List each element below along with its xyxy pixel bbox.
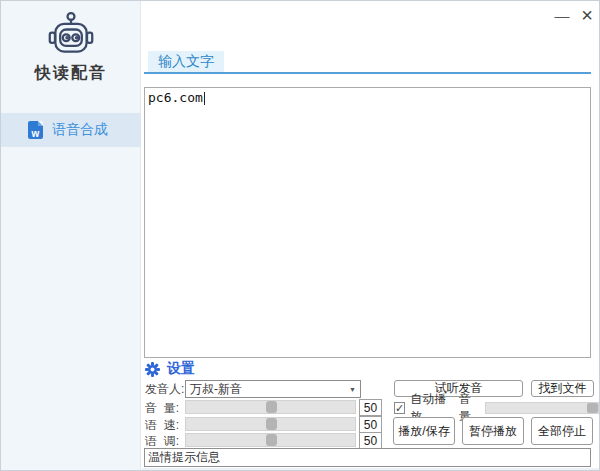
pause-playback-button[interactable]: 暂停播放 <box>462 417 524 445</box>
speaker-select[interactable]: 万叔-新音 ▼ <box>185 380 361 398</box>
tab-input-text[interactable]: 输入文字 <box>148 51 224 73</box>
sidebar: 快读配音 w 语音合成 <box>1 1 141 470</box>
editor-text: pc6.com <box>148 90 203 105</box>
text-caret <box>204 92 205 105</box>
speaker-label: 发音人: <box>145 381 184 397</box>
app-window: 快读配音 w 语音合成 — × 输入文字 pc6.com <box>0 0 600 471</box>
speed-slider-thumb[interactable] <box>266 418 277 430</box>
app-title: 快读配音 <box>1 63 141 84</box>
stop-all-button[interactable]: 全部停止 <box>531 417 593 445</box>
pitch-slider[interactable] <box>185 433 356 447</box>
pitch-slider-label: 语 调: <box>145 433 179 449</box>
pitch-value-box[interactable]: 50 <box>359 432 382 449</box>
tab-underline <box>144 72 591 74</box>
speed-slider[interactable] <box>185 417 356 431</box>
volume-slider-thumb[interactable] <box>266 401 277 413</box>
speed-value-box[interactable]: 50 <box>359 416 382 433</box>
speaker-selected-value: 万叔-新音 <box>190 381 349 398</box>
volume-slider[interactable] <box>185 400 356 414</box>
sidebar-item-label: 语音合成 <box>52 121 108 139</box>
robot-logo-icon <box>45 10 97 62</box>
gear-icon <box>145 362 160 377</box>
sidebar-item-voice-synthesis[interactable]: w 语音合成 <box>1 113 141 147</box>
play-save-button[interactable]: 播放/保存 <box>393 417 455 445</box>
close-button[interactable]: × <box>576 3 598 27</box>
chevron-down-icon: ▼ <box>349 386 356 393</box>
find-file-button[interactable]: 找到文件 <box>531 380 594 397</box>
minimize-button[interactable]: — <box>551 3 573 27</box>
settings-header: 设置 <box>145 361 195 377</box>
text-input-area[interactable]: pc6.com <box>144 87 591 358</box>
autoplay-checkbox[interactable]: ✓ <box>394 402 405 414</box>
status-bar: 温情提示信息 <box>144 448 591 467</box>
playback-volume-thumb[interactable] <box>587 403 598 413</box>
settings-title: 设置 <box>167 360 195 378</box>
autoplay-row: ✓ 自动播放 音量 <box>394 401 599 415</box>
word-doc-icon: w <box>28 121 43 139</box>
playback-volume-slider[interactable] <box>485 402 599 414</box>
speed-slider-label: 语 速: <box>145 417 179 433</box>
volume-value-box[interactable]: 50 <box>359 399 382 416</box>
volume-slider-label: 音 量: <box>145 400 179 416</box>
pitch-slider-thumb[interactable] <box>266 434 277 446</box>
status-text: 温情提示信息 <box>148 449 220 466</box>
